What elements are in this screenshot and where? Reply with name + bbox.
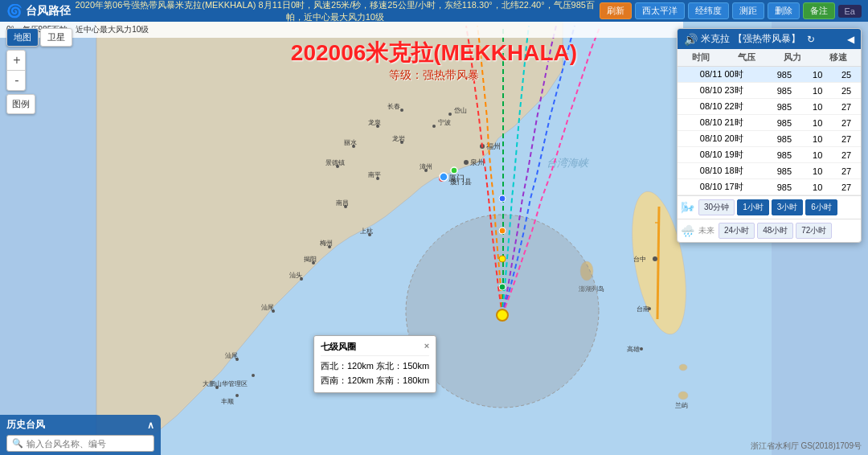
history-bar: 历史台风 ∧ 🔍 [0,415,161,455]
panel-refresh-icon[interactable]: ↻ [807,34,815,45]
svg-point-41 [448,113,452,116]
table-row[interactable]: 08/10 22时 985 10 27 [678,99,861,115]
svg-point-53 [648,307,651,310]
svg-point-64 [499,195,506,202]
forecast-6h[interactable]: 6小时 [805,199,837,215]
status-bar: 2020年第06号强热带风暴米克拉(MEKKHALA) 8月11日0时，风速25… [71,0,600,23]
history-collapse-icon[interactable]: ∧ [147,420,154,431]
col-pressure: 气压 [723,49,769,67]
forecast-48h[interactable]: 48小时 [757,223,793,239]
popup-close-button[interactable]: × [424,341,429,353]
cell-speed: 27 [832,115,861,131]
cell-wind: 10 [803,99,832,115]
svg-point-65 [440,173,448,181]
typhoon-data-table-body: 08/11 00时 985 10 25 08/10 23时 985 10 25 … [678,67,861,195]
cell-wind: 10 [803,67,832,83]
svg-text:景德镇: 景德镇 [326,159,345,166]
table-row[interactable]: 08/10 18时 985 10 27 [678,163,861,179]
top-bar: 🌀 台风路径 2020年第06号强热带风暴米克拉(MEKKHALA) 8月11日… [0,0,868,22]
cell-wind: 10 [803,147,832,163]
table-row[interactable]: 08/10 20时 985 10 27 [678,131,861,147]
cell-time: 08/10 23时 [678,83,766,99]
longitude-button[interactable]: 经纬度 [688,2,729,19]
cell-time: 08/10 20时 [678,131,766,147]
table-row[interactable]: 08/10 19时 985 10 27 [678,147,861,163]
rain-forecast-section: 🌧️ 未来 24小时 48小时 72小时 [678,219,861,242]
table-row[interactable]: 08/11 00时 985 10 25 [678,67,861,83]
table-header-row: 时间 气压 风力 移速 [678,49,861,67]
col-speed: 移速 [815,49,861,67]
cell-speed: 27 [832,147,861,163]
svg-text:宁波: 宁波 [438,119,451,126]
cell-pressure: 985 [766,147,804,163]
right-panel-header[interactable]: 🔊 米克拉 【强热带风暴】 ↻ ◀ [678,29,861,49]
refresh-button[interactable]: 刷新 [600,2,632,19]
forecast-24h[interactable]: 24小时 [719,223,755,239]
cell-time: 08/10 18时 [678,163,766,179]
toolbar-buttons: 刷新 西太平洋 经纬度 测距 删除 备注 Ea [600,2,862,19]
cell-time: 08/10 22时 [678,99,766,115]
measure-button[interactable]: 测距 [732,2,764,19]
panel-collapse-button[interactable]: ◀ [847,34,854,45]
svg-text:梅州: 梅州 [319,240,333,247]
table-row[interactable]: 08/10 17时 985 10 27 [678,179,861,195]
legend-button[interactable]: 图例 [6,94,35,114]
table-row[interactable]: 08/10 21时 985 10 27 [678,115,861,131]
panel-typhoon-name: 米克拉 [701,32,730,46]
forecast-72h[interactable]: 72小时 [796,223,832,239]
forecast-3h[interactable]: 3小时 [772,199,804,215]
map-container[interactable]: 厦门 泉州 福州 漳州 龙岩 南平 南昌 上杭 梅州 揭阳 汕头 汕尾 [0,22,868,455]
cell-pressure: 985 [766,131,804,147]
svg-text:岱山: 岱山 [454,107,467,114]
cell-speed: 27 [832,131,861,147]
svg-point-34 [252,374,255,377]
wind-circle-popup: 七级风圈 × 西北：120km 东北：150km 西南：120km 东南：180… [313,335,436,393]
forecast-30min[interactable]: 30分钟 [698,199,735,215]
zoom-in-button[interactable]: + [7,51,26,70]
table-row[interactable]: 08/10 23时 985 10 25 [678,83,861,99]
cell-speed: 27 [832,99,861,115]
cell-time: 08/10 17时 [678,179,766,195]
cell-wind: 10 [803,179,832,195]
cell-time: 08/10 21时 [678,115,766,131]
svg-point-6 [464,160,469,165]
history-search-input[interactable] [27,439,149,449]
remark-button[interactable]: 备注 [803,2,835,19]
user-badge: Ea [838,5,862,18]
svg-point-61 [499,284,506,290]
col-time: 时间 [678,49,723,67]
table-scroll-area[interactable]: 08/11 00时 985 10 25 08/10 23时 985 10 25 … [678,67,861,195]
delete-button[interactable]: 删除 [768,2,800,19]
svg-text:上杭: 上杭 [360,228,373,235]
tab-satellite[interactable]: 卫星 [40,28,72,47]
typhoon-data-table: 时间 气压 风力 移速 [678,49,861,67]
cell-pressure: 985 [766,99,804,115]
svg-point-62 [499,256,506,262]
svg-point-58 [679,364,687,371]
svg-point-50 [653,256,657,261]
cell-wind: 10 [803,83,832,99]
svg-text:南昌: 南昌 [336,199,349,207]
cell-pressure: 985 [766,67,804,83]
cell-wind: 10 [803,163,832,179]
svg-point-60 [497,309,508,321]
forecast-1h[interactable]: 1小时 [737,199,769,215]
cell-wind: 10 [803,115,832,131]
svg-text:汕头: 汕头 [289,272,302,279]
svg-point-32 [235,394,239,397]
tab-map[interactable]: 地图 [6,28,39,47]
svg-text:丽水: 丽水 [344,139,357,146]
rain-icon: 🌧️ [681,224,694,237]
history-search-container: 🔍 [6,435,154,452]
cell-pressure: 985 [766,179,804,195]
cell-pressure: 985 [766,163,804,179]
cell-speed: 25 [832,83,861,99]
status-text: 2020年第06号强热带风暴米克拉(MEKKHALA) 8月11日0时，风速25… [76,0,595,22]
watermark: 浙江省水利厅 GS(2018)1709号 [751,441,862,452]
zoom-out-button[interactable]: - [7,71,26,90]
cell-time: 08/11 00时 [678,67,766,83]
typhoon-icon: 🌀 [6,3,23,18]
popup-row2: 西南：120km 东南：180km [321,374,429,388]
svg-text:大鹏山华管理区: 大鹏山华管理区 [203,380,248,387]
west-pacific-button[interactable]: 西太平洋 [635,2,685,19]
